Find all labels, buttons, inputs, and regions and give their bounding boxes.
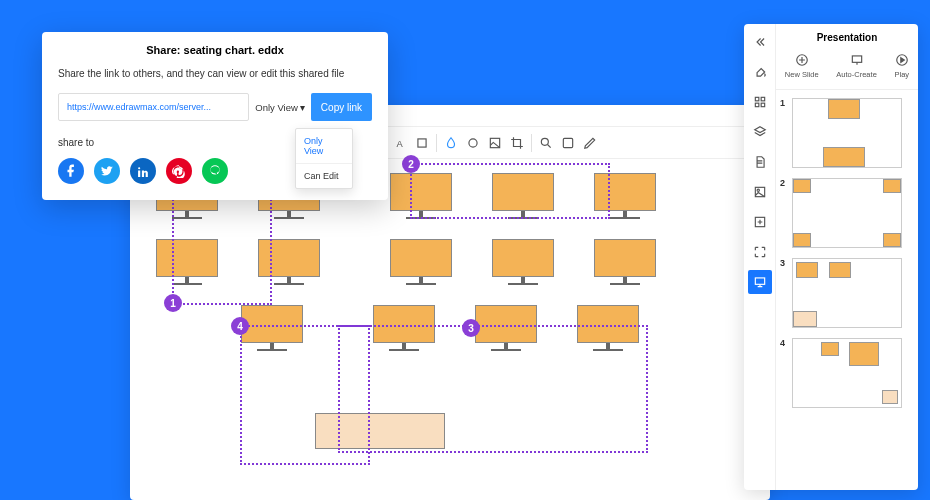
thumb-num: 3 bbox=[780, 258, 788, 268]
thumb-num: 2 bbox=[780, 178, 788, 188]
svg-rect-8 bbox=[418, 138, 426, 146]
share-dialog-title: Share: seating chart. eddx bbox=[58, 44, 372, 56]
desk[interactable] bbox=[594, 239, 656, 285]
marker-3[interactable]: 3 bbox=[462, 319, 480, 337]
svg-rect-15 bbox=[761, 97, 765, 101]
svg-point-19 bbox=[757, 189, 759, 191]
desk[interactable] bbox=[492, 239, 554, 285]
presentation-title: Presentation bbox=[776, 24, 918, 49]
play-button[interactable]: Play bbox=[895, 53, 910, 79]
presentation-panel: Presentation New Slide Auto-Create Play … bbox=[744, 24, 918, 490]
marker-2[interactable]: 2 bbox=[402, 155, 420, 173]
slide-thumb[interactable] bbox=[792, 258, 902, 328]
collapse-icon[interactable] bbox=[748, 30, 772, 54]
stroke-icon[interactable] bbox=[463, 133, 483, 153]
page-icon[interactable] bbox=[748, 150, 772, 174]
copy-link-button[interactable]: Copy link bbox=[311, 93, 372, 121]
svg-point-9 bbox=[469, 138, 477, 146]
svg-text:A: A bbox=[397, 138, 404, 148]
permission-select[interactable]: Only View ▾ bbox=[255, 102, 305, 113]
line-icon[interactable] bbox=[202, 158, 228, 184]
perm-option-only-view[interactable]: Only View bbox=[296, 129, 352, 164]
side-icon-rail bbox=[744, 24, 776, 490]
thumb-num: 1 bbox=[780, 98, 788, 108]
slide-thumb[interactable] bbox=[792, 178, 902, 248]
svg-rect-14 bbox=[755, 97, 759, 101]
facebook-icon[interactable] bbox=[58, 158, 84, 184]
selection-3[interactable] bbox=[338, 325, 648, 453]
svg-rect-17 bbox=[761, 103, 765, 107]
search-icon[interactable] bbox=[536, 133, 556, 153]
ai-icon[interactable] bbox=[558, 133, 578, 153]
slide-thumb[interactable] bbox=[792, 98, 902, 168]
pinterest-icon[interactable] bbox=[166, 158, 192, 184]
image-icon[interactable] bbox=[485, 133, 505, 153]
share-url-input[interactable] bbox=[58, 93, 249, 121]
linkedin-icon[interactable] bbox=[130, 158, 156, 184]
image-side-icon[interactable] bbox=[748, 180, 772, 204]
selection-2[interactable] bbox=[410, 163, 610, 219]
svg-rect-23 bbox=[852, 56, 861, 62]
warning-icon[interactable]: A bbox=[390, 133, 410, 153]
selection-4[interactable] bbox=[240, 325, 370, 465]
svg-rect-12 bbox=[563, 138, 572, 147]
auto-create-button[interactable]: Auto-Create bbox=[836, 53, 876, 79]
slide-thumbnails: 1 2 3 4 bbox=[776, 90, 918, 426]
slide-thumb[interactable] bbox=[792, 338, 902, 408]
share-description: Share the link to others, and they can v… bbox=[58, 68, 372, 79]
new-slide-button[interactable]: New Slide bbox=[785, 53, 819, 79]
svg-rect-16 bbox=[755, 103, 759, 107]
fill-color-icon[interactable] bbox=[441, 133, 461, 153]
desk[interactable] bbox=[390, 239, 452, 285]
diagram-canvas[interactable]: 1 2 3 4 bbox=[130, 159, 770, 479]
paint-bucket-icon[interactable] bbox=[748, 60, 772, 84]
permission-dropdown: Only View Can Edit bbox=[295, 128, 353, 189]
size-icon[interactable] bbox=[412, 133, 432, 153]
twitter-icon[interactable] bbox=[94, 158, 120, 184]
export-icon[interactable] bbox=[748, 210, 772, 234]
grid-icon[interactable] bbox=[748, 90, 772, 114]
edit-icon[interactable] bbox=[580, 133, 600, 153]
crop-icon[interactable] bbox=[507, 133, 527, 153]
focus-icon[interactable] bbox=[748, 240, 772, 264]
svg-point-11 bbox=[541, 138, 548, 145]
perm-option-can-edit[interactable]: Can Edit bbox=[296, 164, 352, 188]
marker-1[interactable]: 1 bbox=[164, 294, 182, 312]
svg-rect-21 bbox=[755, 278, 764, 284]
marker-4[interactable]: 4 bbox=[231, 317, 249, 335]
chevron-down-icon: ▾ bbox=[300, 102, 305, 113]
presentation-icon[interactable] bbox=[748, 270, 772, 294]
share-dialog: Share: seating chart. eddx Share the lin… bbox=[42, 32, 388, 200]
layers-side-icon[interactable] bbox=[748, 120, 772, 144]
thumb-num: 4 bbox=[780, 338, 788, 348]
